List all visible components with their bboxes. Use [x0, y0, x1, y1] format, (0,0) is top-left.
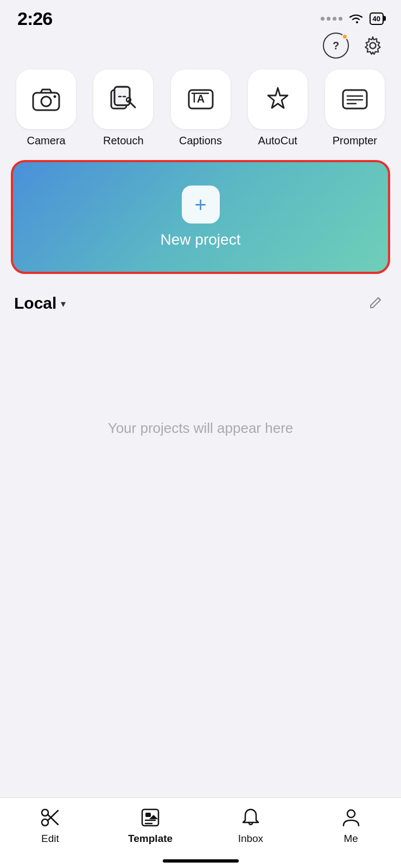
- nav-item-edit[interactable]: Edit: [0, 806, 100, 845]
- bottom-nav: Edit Template Inbox: [0, 797, 401, 868]
- gear-icon: [363, 36, 383, 55]
- camera-label: Camera: [27, 135, 66, 147]
- local-title: Local: [14, 294, 56, 312]
- nav-edit-label: Edit: [41, 833, 59, 845]
- empty-state-text: Your projects will appear here: [108, 420, 294, 437]
- nav-me-label: Me: [343, 833, 358, 845]
- svg-rect-22: [145, 813, 151, 817]
- person-icon: [339, 806, 363, 829]
- retouch-icon: [109, 86, 137, 113]
- empty-state-message: Your projects will appear here: [0, 320, 401, 537]
- new-project-area: + New project: [0, 151, 401, 283]
- tool-autocut[interactable]: AutoCut: [241, 69, 314, 147]
- wifi-icon: [348, 12, 364, 24]
- nav-inbox-label: Inbox: [238, 833, 263, 845]
- captions-icon-box: A: [171, 69, 231, 129]
- local-header: Local ▾: [0, 283, 401, 320]
- status-time: 2:26: [17, 8, 52, 29]
- svg-text:A: A: [196, 93, 204, 105]
- autocut-label: AutoCut: [258, 135, 297, 147]
- nav-item-template[interactable]: Template: [100, 806, 201, 845]
- nav-template-label: Template: [128, 833, 173, 845]
- tool-camera[interactable]: Camera: [10, 69, 82, 147]
- retouch-label: Retouch: [103, 135, 144, 147]
- new-project-button[interactable]: + New project: [11, 160, 390, 274]
- new-project-plus-icon: +: [182, 186, 220, 224]
- prompter-label: Prompter: [333, 135, 377, 147]
- prompter-icon-box: [325, 69, 385, 129]
- help-button[interactable]: ?: [323, 33, 349, 59]
- prompter-icon: [341, 86, 369, 113]
- local-dropdown[interactable]: Local ▾: [14, 294, 66, 312]
- svg-point-2: [41, 97, 51, 106]
- svg-point-26: [347, 810, 355, 818]
- scissors-icon: [38, 806, 62, 829]
- battery-indicator: 40: [370, 12, 384, 25]
- nav-item-me[interactable]: Me: [301, 806, 401, 845]
- autocut-icon-box: [248, 69, 308, 129]
- svg-point-0: [370, 43, 376, 49]
- tool-prompter[interactable]: Prompter: [319, 69, 391, 147]
- top-actions: ?: [0, 33, 401, 64]
- pencil-icon: [368, 296, 384, 311]
- svg-rect-5: [114, 87, 130, 105]
- camera-icon-box: [16, 69, 76, 129]
- status-icons: 40: [321, 12, 384, 25]
- help-icon: ?: [333, 40, 339, 52]
- nav-item-inbox[interactable]: Inbox: [201, 806, 301, 845]
- captions-icon: A: [187, 86, 215, 113]
- settings-button[interactable]: [360, 33, 386, 59]
- notification-badge: [342, 34, 348, 40]
- template-icon: [138, 806, 162, 829]
- status-bar: 2:26 40: [0, 0, 401, 33]
- tool-retouch[interactable]: Retouch: [87, 69, 160, 147]
- local-dropdown-arrow-icon: ▾: [61, 298, 66, 310]
- edit-projects-button[interactable]: [365, 292, 387, 314]
- new-project-label: New project: [161, 231, 241, 248]
- signal-dots-icon: [321, 17, 342, 21]
- captions-label: Captions: [179, 135, 222, 147]
- inbox-bell-icon: [239, 806, 263, 829]
- svg-marker-12: [268, 88, 288, 108]
- autocut-icon: [264, 86, 292, 113]
- tool-captions[interactable]: A Captions: [164, 69, 237, 147]
- home-indicator: [163, 859, 239, 863]
- camera-icon: [32, 87, 60, 111]
- svg-point-3: [54, 95, 56, 98]
- retouch-icon-box: [93, 69, 153, 129]
- tools-row: Camera Retouch A: [0, 64, 401, 151]
